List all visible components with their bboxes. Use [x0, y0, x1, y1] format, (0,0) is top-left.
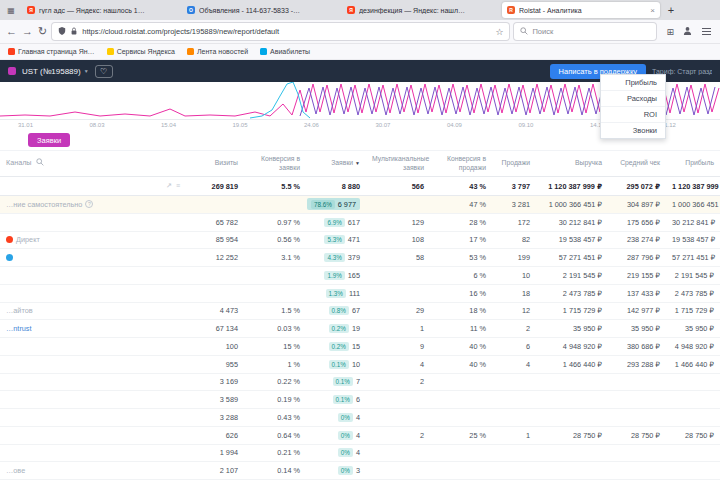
table-row[interactable]: 3 1690.22 %0.1%72 [0, 374, 720, 392]
shield-icon[interactable] [58, 27, 66, 37]
header-multichannel-leads[interactable]: Мультиканальные заявки [366, 155, 430, 171]
table-row[interactable]: 9551 %0.1%10440 %41 466 440 ₽293 288 ₽1 … [0, 356, 720, 374]
table-row[interactable]: 3 2880.43 %0%4 [0, 409, 720, 427]
account-icon[interactable] [683, 26, 692, 37]
table-row[interactable]: …айтов4 4731.5 %0.8%672918 %121 715 729 … [0, 303, 720, 321]
table-row[interactable]: …ове2 1070.14 %0%3 [0, 462, 720, 480]
header-channels[interactable]: Каналы [0, 158, 186, 169]
table-row[interactable]: …ние самостоятельно?78.6%6 97747 %3 2811… [0, 196, 720, 214]
table-row[interactable]: 6260.64 %0%4225 %128 750 ₽28 750 ₽28 750… [0, 427, 720, 445]
table-row[interactable]: 1.9%1656 %102 191 545 ₽219 155 ₽2 191 54… [0, 267, 720, 285]
share-badge: 4.3% [324, 253, 344, 262]
cell-visits: 2 107 [186, 466, 244, 475]
totals-avg-check: 295 072 ₽ [608, 182, 666, 191]
metric-menu-item[interactable]: Расходы [601, 90, 665, 106]
browser-tab[interactable]: Ягугл адс — Яндекс: нашлось 1… [22, 2, 180, 18]
header-conversion-to-leads[interactable]: Конверсия в заявки [244, 155, 306, 171]
table-row[interactable]: 12 2523.1 %4.3%3795853 %19957 271 451 ₽2… [0, 249, 720, 267]
cell-leads: 0.2%19 [306, 324, 366, 333]
table-row[interactable]: 65 7820.97 %6.9%61712928 %17230 212 841 … [0, 214, 720, 232]
cell-multichannel-leads: 1 [366, 324, 430, 333]
header-conversion-to-sales[interactable]: Конверсия в продажи [430, 155, 492, 171]
bookmark-item[interactable]: Авиабилеты [260, 48, 310, 55]
header-revenue[interactable]: Выручка [536, 159, 608, 167]
bookmark-item[interactable]: Главная страница Ян… [8, 48, 95, 55]
header-avg-check[interactable]: Средний чек [608, 159, 666, 167]
new-tab-button[interactable]: + [662, 2, 680, 18]
search-placeholder: Поиск [532, 27, 553, 36]
channel-icon [6, 236, 13, 243]
cell-conversion-to-leads: 1.5 % [244, 306, 306, 315]
header-visits[interactable]: Визиты [186, 159, 244, 167]
metric-menu-item[interactable]: Прибыль [601, 75, 665, 90]
extensions-icon[interactable]: ⊞ [666, 27, 674, 37]
metric-menu-item[interactable]: ROI [601, 106, 665, 122]
browser-tab[interactable]: ООбъявления - 114-637-5833 -… [182, 2, 340, 18]
cell-avg-check: 28 750 ₽ [608, 431, 666, 440]
external-link-icon[interactable]: ↗ [166, 182, 172, 190]
browser-tab[interactable]: Ядезинфекция — Яндекс: нашл… [342, 2, 500, 18]
table-row[interactable]: 1.3%11116 %182 473 785 ₽137 433 ₽2 473 7… [0, 285, 720, 303]
table-row[interactable]: …ntrust67 1340.03 %0.2%19111 %235 950 ₽3… [0, 320, 720, 338]
share-badge: 0.2% [329, 342, 349, 351]
x-axis-label: 24.06 [304, 122, 319, 128]
leads-value: 4 [356, 448, 360, 457]
header-leads[interactable]: Заявки ▼ [306, 159, 366, 167]
x-axis-label: 19.05 [232, 122, 247, 128]
cell-conversion-to-sales: 11 % [430, 324, 492, 333]
totals-sales: 3 797 [492, 182, 536, 191]
search-input[interactable]: Поиск [514, 23, 656, 40]
leads-value: 617 [348, 218, 360, 227]
cell-conversion-to-leads: 0.03 % [244, 324, 306, 333]
firefox-view-icon[interactable]: ▦ [4, 3, 18, 17]
cell-sales: 4 [492, 360, 536, 369]
browser-tab[interactable]: RRoistat - Аналитика× [502, 2, 660, 18]
totals-name-cell: ↗ ≡ [0, 182, 186, 190]
header-profit[interactable]: Прибыль [666, 159, 720, 167]
tab-favicon: Я [347, 6, 355, 14]
back-button[interactable]: ← [6, 26, 17, 37]
leads-value: 7 [356, 377, 360, 386]
bookmark-item[interactable]: Сервисы Яндекса [107, 48, 175, 55]
x-axis-label: 15.04 [161, 122, 176, 128]
bookmark-item[interactable]: Лента новостей [187, 48, 248, 55]
leads-value: 111 [349, 289, 360, 298]
table-row[interactable]: Директ85 9540.56 %5.3%47110817 %8219 538… [0, 232, 720, 250]
leads-value-group: 1.9%165 [324, 271, 360, 280]
x-axis-label: 30.07 [375, 122, 390, 128]
cell-visits: 100 [186, 342, 244, 351]
share-badge: 1.9% [324, 271, 344, 280]
cell-leads: 0%4 [306, 431, 366, 440]
cell-revenue: 35 950 ₽ [536, 324, 608, 333]
cell-sales: 10 [492, 271, 536, 280]
lock-icon[interactable] [70, 27, 78, 37]
cell-sales: 3 281 [492, 200, 536, 209]
reload-button[interactable]: ↻ [38, 26, 47, 37]
channel-name[interactable]: …ntrust [6, 324, 32, 333]
search-channels-icon[interactable] [36, 158, 44, 169]
table-row[interactable]: 1 9940.21 %0%4 [0, 445, 720, 463]
channel-name-cell: …ове [0, 466, 186, 475]
table-row[interactable]: 10015 %0.2%15940 %64 948 920 ₽380 686 ₽4… [0, 338, 720, 356]
table-row[interactable]: 3 5890.19 %0.1%6 [0, 391, 720, 409]
header-sales[interactable]: Продажи [492, 159, 536, 167]
row-menu-icon[interactable]: ≡ [176, 182, 180, 190]
favorite-button[interactable]: ♡ [95, 65, 113, 78]
table-totals-row[interactable]: ↗ ≡ 269 819 5.5 % 8 880 566 43 % 3 797 1… [0, 177, 720, 196]
address-bar[interactable]: https://cloud.roistat.com/projects/19588… [52, 23, 509, 40]
share-badge: 6.9% [324, 218, 344, 227]
totals-visits: 269 819 [186, 182, 244, 191]
cell-conversion-to-leads: 3.1 % [244, 253, 306, 262]
project-selector[interactable]: UST (№195889) ▼ [22, 67, 89, 76]
cell-avg-check: 35 950 ₽ [608, 324, 666, 333]
totals-profit: 1 120 387 999 ₽ [666, 182, 720, 191]
cell-leads: 0%3 [306, 466, 366, 475]
bookmark-star-icon[interactable]: ☆ [495, 27, 503, 37]
metric-chip-leads[interactable]: Заявки [28, 133, 70, 147]
cell-avg-check: 142 977 ₽ [608, 306, 666, 315]
menu-icon[interactable] [702, 31, 711, 32]
metric-menu-item[interactable]: Звонки [601, 122, 665, 138]
tab-close-icon[interactable]: × [650, 6, 655, 15]
forward-button[interactable]: → [22, 26, 33, 37]
cell-avg-check: 137 433 ₽ [608, 289, 666, 298]
